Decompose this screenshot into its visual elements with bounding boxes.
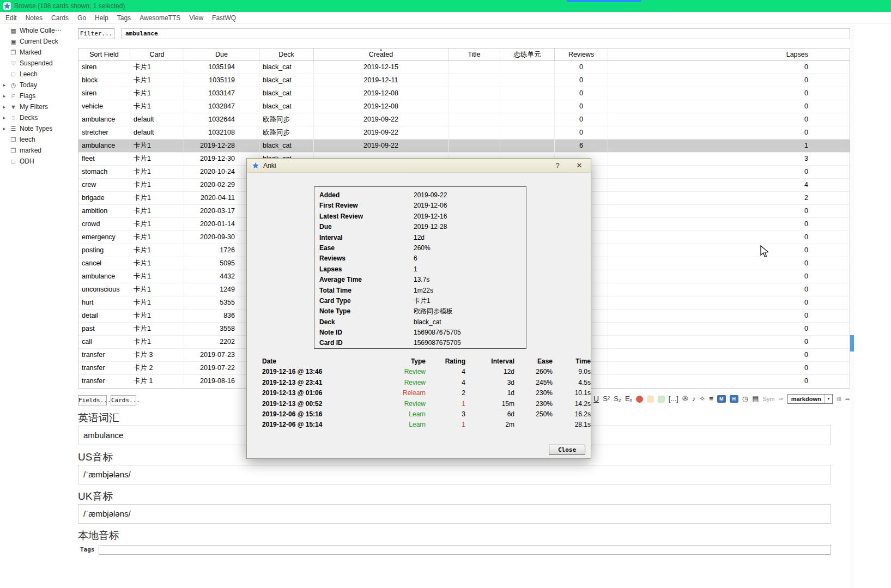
list-icon: ☰ <box>9 125 18 132</box>
sym-label[interactable]: Sym <box>762 395 774 403</box>
table-row[interactable]: block卡片11035119black_cat2019-12-1100 <box>78 74 850 87</box>
tag-icon: ❐ <box>9 147 18 154</box>
search-input[interactable]: ambulance <box>121 28 850 39</box>
share-icon[interactable]: ➦ <box>845 395 850 403</box>
editor-toolbar: BIUS²S₂Eₓ[...]✇♪✧≡MH◷▤Sym✑markdown▼‖‖➦ <box>577 392 850 405</box>
feather-icon[interactable]: ✑ <box>778 395 783 403</box>
subscript-icon[interactable]: S₂ <box>614 395 621 403</box>
cards-button[interactable]: Cards... <box>111 395 136 405</box>
history-cell: 4 <box>426 367 465 377</box>
sparkle-icon[interactable]: ✧ <box>699 395 705 403</box>
clock-icon: ◷ <box>9 82 18 89</box>
table-cell: siren <box>78 61 130 74</box>
history-header-cell: Time <box>553 356 591 367</box>
dialog-title-bar[interactable]: Anki ? ✕ <box>247 159 591 173</box>
table-row[interactable]: ambulancedefault1032644欧路同步2019-09-2200 <box>78 113 850 126</box>
sidebar-item-note-types[interactable]: ▸ ☰ Note Types <box>0 123 71 134</box>
table-cell: 2019-12-08 <box>314 100 448 113</box>
column-header[interactable]: Lapses <box>608 49 850 60</box>
menu-view[interactable]: View <box>185 14 208 22</box>
sidebar-item-tag-marked[interactable]: ❐ marked <box>0 145 71 156</box>
table-cell <box>448 100 500 113</box>
record-audio-icon[interactable] <box>636 396 643 403</box>
column-header[interactable]: Card <box>130 49 184 60</box>
close-button[interactable]: Close <box>549 445 585 455</box>
chevron-down-icon: ▼ <box>825 395 832 403</box>
column-header[interactable]: ▴Created <box>314 49 448 60</box>
clock-icon[interactable]: ◷ <box>742 395 748 403</box>
table-cell <box>500 74 555 87</box>
eraser-icon[interactable]: Eₓ <box>625 395 632 403</box>
dialog-close-icon[interactable]: ✕ <box>573 161 586 169</box>
table-cell: stomach <box>78 166 130 178</box>
history-cell: 2019-12-06 @ 15:14 <box>262 420 393 430</box>
field-input[interactable]: /ˈæmbjələns/ <box>78 465 831 484</box>
sidebar-item-decks[interactable]: ▸ ≡ Decks <box>0 112 71 123</box>
sidebar-item-odh[interactable]: □ ODH <box>0 156 71 167</box>
menu-tags[interactable]: Tags <box>113 14 135 22</box>
menu-cards[interactable]: Cards <box>47 14 73 22</box>
sidebar-item-my-filters[interactable]: ▸ ▼ My Filters <box>0 101 71 112</box>
menu-edit[interactable]: Edit <box>1 14 21 22</box>
table-cell: 卡片1 <box>130 296 184 309</box>
sidebar-item-label: leech <box>20 136 35 143</box>
text-color-icon[interactable] <box>647 396 654 403</box>
table-row[interactable]: siren卡片11033147black_cat2019-12-0800 <box>78 87 850 100</box>
sidebar-item-marked[interactable]: ❐ Marked <box>0 47 71 58</box>
menu-go[interactable]: Go <box>73 14 90 22</box>
more-options-icon[interactable]: ≡ <box>709 395 713 403</box>
markdown-badge-icon[interactable]: M <box>717 395 726 403</box>
sidebar-item-today[interactable]: ▸ ◷ Today <box>0 80 71 90</box>
sidebar-item-label: Today <box>20 81 37 89</box>
info-value: 2019-12-06 <box>414 201 447 211</box>
mic-icon[interactable]: ♪ <box>692 395 696 403</box>
sidebar-item-suspended[interactable]: ♡ Suspended <box>0 58 71 69</box>
sidebar-item-current-deck[interactable]: ▣ Current Deck <box>0 36 71 47</box>
cloze-icon[interactable]: [...] <box>669 395 678 403</box>
table-row[interactable]: vehicle卡片11032847black_cat2019-12-0800 <box>78 100 850 113</box>
sidebar-item-tag-leech[interactable]: ❐ leech <box>0 134 71 145</box>
filter-button[interactable]: Filter... <box>78 28 114 39</box>
menu-notes[interactable]: Notes <box>21 14 47 22</box>
table-cell: stretcher <box>78 126 130 139</box>
field-input[interactable]: /ˈæmbjələns/ <box>78 504 831 524</box>
column-header[interactable]: 恋练单元 <box>500 49 555 60</box>
sidebar-item-flags[interactable]: ▸ ⚐ Flags <box>0 90 71 101</box>
html-badge-icon[interactable]: H <box>730 395 738 403</box>
superscript-icon[interactable]: S² <box>603 395 610 403</box>
menu-awesometts[interactable]: AwesomeTTS <box>135 14 185 22</box>
column-header[interactable]: Due <box>184 49 259 60</box>
tags-input[interactable] <box>99 545 831 555</box>
dialog-help-button[interactable]: ? <box>551 161 564 169</box>
underline-icon[interactable]: U <box>593 395 599 403</box>
markdown-dropdown[interactable]: markdown▼ <box>787 394 833 404</box>
info-value: 1m22s <box>414 286 433 296</box>
fields-button[interactable]: Fields... <box>78 395 107 405</box>
history-row: 2019-12-13 @ 23:41Review43d245%4.5s <box>262 378 591 388</box>
table-cell: 1035119 <box>184 74 259 87</box>
table-cell: 0 <box>555 113 608 126</box>
table-row[interactable]: ambulance卡片12019-12-28black_cat2019-09-2… <box>78 140 850 153</box>
pipes-icon[interactable]: ‖‖ <box>837 395 841 403</box>
column-header[interactable]: Sort Field <box>78 49 130 60</box>
scrollbar-track[interactable] <box>850 25 854 588</box>
info-value: 1 <box>414 264 417 275</box>
calendar-edit-icon[interactable]: ▤ <box>752 395 759 403</box>
info-row: Ease260% <box>314 243 526 253</box>
table-row[interactable]: siren卡片11035194black_cat2019-12-1500 <box>78 61 850 74</box>
table-cell: ambition <box>78 205 130 217</box>
table-cell: 2019-09-22 <box>314 140 448 152</box>
table-cell <box>448 87 500 100</box>
menu-help[interactable]: Help <box>90 14 113 22</box>
scrollbar-thumb[interactable] <box>850 335 854 351</box>
table-row[interactable]: stretcherdefault1032108欧路同步2019-09-2200 <box>78 126 850 140</box>
sidebar-item-leech[interactable]: □ Leech <box>0 69 71 80</box>
column-header[interactable]: Deck <box>259 49 314 60</box>
sidebar-item-whole-collection[interactable]: ▦ Whole Colle⋯ <box>0 25 71 36</box>
box-icon: □ <box>9 71 18 77</box>
column-header[interactable]: Reviews <box>555 49 608 60</box>
column-header[interactable]: Title <box>448 49 500 60</box>
menu-fastwq[interactable]: FastWQ <box>208 14 240 22</box>
attach-icon[interactable]: ✇ <box>682 395 688 403</box>
highlight-color-icon[interactable] <box>658 396 665 403</box>
